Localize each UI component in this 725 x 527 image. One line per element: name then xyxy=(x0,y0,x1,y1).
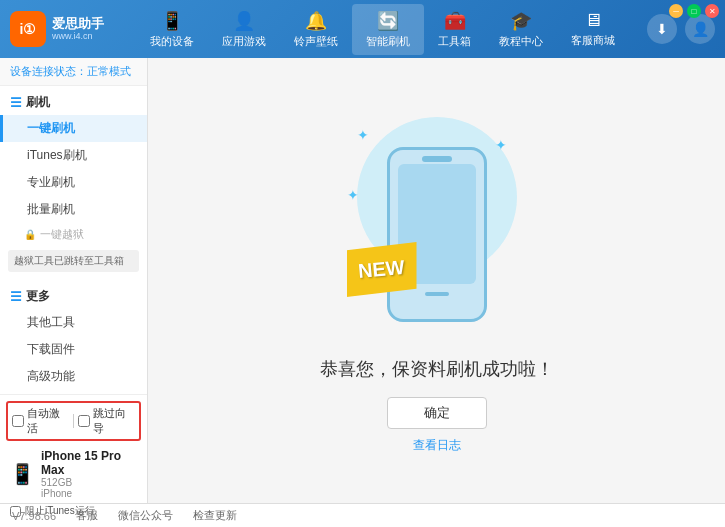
user-button[interactable]: 👤 xyxy=(685,14,715,44)
check-update-link[interactable]: 检查更新 xyxy=(193,508,237,523)
success-title: 恭喜您，保资料刷机成功啦！ xyxy=(320,357,554,381)
customer-service-link[interactable]: 客服 xyxy=(76,508,98,523)
toolbox-icon: 🧰 xyxy=(444,10,466,32)
minimize-button[interactable]: ─ xyxy=(669,4,683,18)
sparkle-3: ✦ xyxy=(347,187,359,203)
log-link[interactable]: 查看日志 xyxy=(413,437,461,454)
more-section: ☰ 更多 其他工具 下载固件 高级功能 xyxy=(0,280,147,394)
logo-icon: i① xyxy=(10,11,46,47)
ringtone-icon: 🔔 xyxy=(305,10,327,32)
nav-my-device[interactable]: 📱 我的设备 xyxy=(136,4,208,55)
checkbox-divider xyxy=(73,414,74,428)
sidebar-item-pro-flash[interactable]: 专业刷机 xyxy=(0,169,147,196)
nav-apps-games[interactable]: 👤 应用游戏 xyxy=(208,4,280,55)
flash-icon: 🔄 xyxy=(377,10,399,32)
header-right: ⬇ 👤 xyxy=(635,14,715,44)
device-info: 📱 iPhone 15 Pro Max 512GB iPhone xyxy=(6,445,141,501)
checkbox-row: 自动激活 跳过向导 xyxy=(6,401,141,441)
sparkle-2: ✦ xyxy=(495,137,507,153)
device-details: iPhone 15 Pro Max 512GB iPhone xyxy=(41,449,137,499)
sidebar-bottom: 自动激活 跳过向导 📱 iPhone 15 Pro Max 512GB iPho… xyxy=(0,394,147,525)
success-illustration: ✦ ✦ ✦ NEW xyxy=(337,107,537,337)
sidebar-item-one-key-flash[interactable]: 一键刷机 xyxy=(0,115,147,142)
wechat-link[interactable]: 微信公众号 xyxy=(118,508,173,523)
phone-outer xyxy=(387,147,487,322)
auto-activate-input[interactable] xyxy=(12,415,24,427)
device-icon: 📱 xyxy=(161,10,183,32)
flash-section-icon: ☰ xyxy=(10,95,22,110)
nav-service[interactable]: 🖥 客服商城 xyxy=(557,4,629,55)
auto-activate-checkbox[interactable]: 自动激活 xyxy=(12,406,69,436)
lock-icon: 🔒 xyxy=(24,229,36,240)
skip-guide-checkbox[interactable]: 跳过向导 xyxy=(78,406,135,436)
logo-text: 爱思助手 www.i4.cn xyxy=(52,16,104,42)
phone-illustration xyxy=(387,147,487,327)
confirm-button[interactable]: 确定 xyxy=(387,397,487,429)
window-controls: ─ □ ✕ xyxy=(669,4,719,18)
device-phone-icon: 📱 xyxy=(10,462,35,486)
sidebar-item-download-firmware[interactable]: 下载固件 xyxy=(0,336,147,363)
logo-area: i① 爱思助手 www.i4.cn xyxy=(10,11,130,47)
nav-ringtone[interactable]: 🔔 铃声壁纸 xyxy=(280,4,352,55)
nav-smart-flash[interactable]: 🔄 智能刷机 xyxy=(352,4,424,55)
nav-toolbox[interactable]: 🧰 工具箱 xyxy=(424,4,485,55)
sidebar-item-advanced[interactable]: 高级功能 xyxy=(0,363,147,390)
new-banner: NEW xyxy=(347,242,417,297)
download-button[interactable]: ⬇ xyxy=(647,14,677,44)
sparkle-1: ✦ xyxy=(357,127,369,143)
main-content: ✦ ✦ ✦ NEW 恭喜您，保资料刷机成功啦！ 确定 查看 xyxy=(148,58,725,503)
phone-notch xyxy=(422,156,452,162)
sidebar-item-other-tools[interactable]: 其他工具 xyxy=(0,309,147,336)
nav-bar: 📱 我的设备 👤 应用游戏 🔔 铃声壁纸 🔄 智能刷机 🧰 工具箱 🎓 xyxy=(130,4,635,55)
sidebar-item-batch-flash[interactable]: 批量刷机 xyxy=(0,196,147,223)
apps-icon: 👤 xyxy=(233,10,255,32)
sidebar: 设备连接状态：正常模式 ☰ 刷机 一键刷机 iTunes刷机 专业刷机 批量刷机 xyxy=(0,58,148,503)
sidebar-status: 设备连接状态：正常模式 xyxy=(0,58,147,86)
nav-tutorial[interactable]: 🎓 教程中心 xyxy=(485,4,557,55)
sidebar-item-itunes-flash[interactable]: iTunes刷机 xyxy=(0,142,147,169)
more-section-icon: ☰ xyxy=(10,289,22,304)
skip-guide-input[interactable] xyxy=(78,415,90,427)
sidebar-item-jailbreak-disabled: 🔒 一键越狱 xyxy=(0,223,147,246)
flash-section-header: ☰ 刷机 xyxy=(0,90,147,115)
tutorial-icon: 🎓 xyxy=(510,10,532,32)
sidebar-jailbreak-notice: 越狱工具已跳转至工具箱 xyxy=(8,250,139,272)
app-header: i① 爱思助手 www.i4.cn 📱 我的设备 👤 应用游戏 🔔 铃声壁纸 🔄 xyxy=(0,0,725,58)
phone-button xyxy=(425,292,449,296)
close-button[interactable]: ✕ xyxy=(705,4,719,18)
flash-section: ☰ 刷机 一键刷机 iTunes刷机 专业刷机 批量刷机 🔒 一键越狱 xyxy=(0,86,147,280)
new-label: NEW xyxy=(357,256,405,283)
version-label: V7.98.66 xyxy=(12,510,56,522)
app-body: 设备连接状态：正常模式 ☰ 刷机 一键刷机 iTunes刷机 专业刷机 批量刷机 xyxy=(0,58,725,503)
more-section-header: ☰ 更多 xyxy=(0,284,147,309)
maximize-button[interactable]: □ xyxy=(687,4,701,18)
service-icon: 🖥 xyxy=(584,10,602,31)
